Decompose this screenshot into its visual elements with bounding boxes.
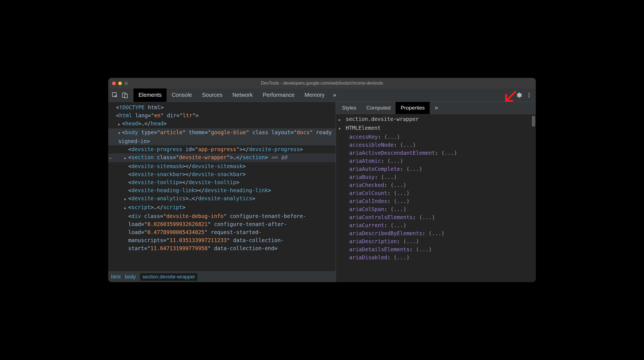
property-row[interactable]: ariaDescription: (...) bbox=[336, 237, 536, 245]
property-row[interactable]: ariaDetailsElements: (...) bbox=[336, 245, 536, 253]
property-row[interactable]: ariaActiveDescendantElement: (...) bbox=[336, 149, 536, 157]
main-toolbar: ElementsConsoleSourcesNetworkPerformance… bbox=[108, 88, 536, 102]
dom-node[interactable]: ▼<body type="article" theme="google-blue… bbox=[108, 128, 336, 145]
tab-memory[interactable]: Memory bbox=[300, 88, 329, 102]
property-row[interactable]: ariaColSpan: (...) bbox=[336, 205, 536, 213]
sidebar-tab-properties[interactable]: Properties bbox=[396, 102, 430, 114]
dom-node[interactable]: <devsite-snackbar></devsite-snackbar> bbox=[108, 170, 336, 178]
dom-node[interactable]: ▶<devsite-analytics>…</devsite-analytics… bbox=[108, 194, 336, 203]
property-row[interactable]: ariaColIndex: (...) bbox=[336, 197, 536, 205]
property-row[interactable]: ariaDescribedByElements: (...) bbox=[336, 229, 536, 237]
breadcrumb-item[interactable]: section.devsite-wrapper bbox=[140, 273, 197, 281]
property-row[interactable]: ariaAtomic: (...) bbox=[336, 157, 536, 165]
properties-section-header[interactable]: ▶ section.devsite-wrapper bbox=[336, 115, 536, 124]
dom-node[interactable]: <devsite-progress id="app-progress"></de… bbox=[108, 145, 336, 153]
property-row[interactable]: ariaCurrent: (...) bbox=[336, 221, 536, 229]
tab-network[interactable]: Network bbox=[227, 88, 258, 102]
breadcrumb: htmlbodysection.devsite-wrapper bbox=[108, 272, 336, 282]
content-area: <!DOCTYPE html><html lang="en" dir="ltr"… bbox=[108, 102, 536, 282]
svg-point-5 bbox=[529, 96, 530, 97]
tab-performance[interactable]: Performance bbox=[258, 88, 300, 102]
minimize-window-button[interactable] bbox=[118, 82, 122, 85]
sidebar-tab-styles[interactable]: Styles bbox=[337, 102, 361, 114]
dom-node[interactable]: ▶<section class="devsite-wrapper">…</sec… bbox=[108, 153, 336, 162]
dom-node[interactable]: <!DOCTYPE html> bbox=[108, 103, 336, 111]
main-tabs: ElementsConsoleSourcesNetworkPerformance… bbox=[134, 88, 329, 102]
more-tabs-icon[interactable]: » bbox=[329, 90, 339, 100]
window-title: DevTools - developers.google.com/web/too… bbox=[108, 81, 536, 86]
devtools-window: DevTools - developers.google.com/web/too… bbox=[108, 78, 536, 282]
settings-icon[interactable] bbox=[514, 90, 524, 100]
property-row[interactable]: ariaColCount: (...) bbox=[336, 189, 536, 197]
elements-panel: <!DOCTYPE html><html lang="en" dir="ltr"… bbox=[108, 102, 336, 282]
tab-console[interactable]: Console bbox=[167, 88, 197, 102]
close-window-button[interactable] bbox=[112, 82, 116, 85]
breadcrumb-item[interactable]: html bbox=[111, 274, 120, 280]
tab-sources[interactable]: Sources bbox=[197, 88, 227, 102]
property-row[interactable]: ariaChecked: (...) bbox=[336, 181, 536, 189]
property-row[interactable]: ariaAutoComplete: (...) bbox=[336, 165, 536, 173]
dom-node[interactable]: <html lang="en" dir="ltr"> bbox=[108, 111, 336, 120]
sidebar-panel: StylesComputedProperties» ▶ section.devs… bbox=[336, 102, 536, 282]
titlebar: DevTools - developers.google.com/web/too… bbox=[108, 78, 536, 88]
svg-rect-2 bbox=[125, 94, 127, 98]
toolbar-separator bbox=[132, 91, 132, 99]
sidebar-tab-computed[interactable]: Computed bbox=[361, 102, 396, 114]
dom-node[interactable]: <devsite-sitemask></devsite-sitemask> bbox=[108, 162, 336, 170]
dom-tree[interactable]: <!DOCTYPE html><html lang="en" dir="ltr"… bbox=[108, 102, 336, 272]
kebab-menu-icon[interactable] bbox=[524, 90, 534, 100]
property-row[interactable]: ariaBusy: (...) bbox=[336, 173, 536, 181]
properties-pane[interactable]: ▶ section.devsite-wrapper▼ HTMLElementac… bbox=[336, 114, 536, 282]
svg-point-3 bbox=[529, 93, 530, 94]
property-row[interactable]: ariaControlsElements: (...) bbox=[336, 213, 536, 221]
properties-element-header[interactable]: ▼ HTMLElement bbox=[336, 124, 536, 133]
tab-elements[interactable]: Elements bbox=[134, 88, 167, 102]
zoom-window-button[interactable] bbox=[124, 82, 128, 85]
dom-node[interactable]: ▶<head>…</head> bbox=[108, 120, 336, 128]
inspect-element-icon[interactable] bbox=[110, 90, 120, 100]
traffic-lights bbox=[112, 82, 128, 85]
sidebar-more-tabs-icon[interactable]: » bbox=[430, 102, 443, 114]
property-row[interactable]: ariaDisabled: (...) bbox=[336, 253, 536, 262]
svg-point-4 bbox=[529, 95, 530, 96]
dom-node[interactable]: <devsite-tooltip></devsite-tooltip> bbox=[108, 178, 336, 186]
device-toggle-icon[interactable] bbox=[120, 90, 130, 100]
dom-node[interactable]: ▶<script>…</script> bbox=[108, 203, 336, 212]
property-row[interactable]: accessKey: (...) bbox=[336, 133, 536, 141]
property-row[interactable]: accessibleNode: (...) bbox=[336, 141, 536, 149]
dom-node[interactable]: <devsite-heading-link></devsite-heading-… bbox=[108, 186, 336, 194]
dom-node[interactable]: <div class="devsite-debug-info" configur… bbox=[108, 212, 336, 252]
scrollbar-thumb[interactable] bbox=[532, 116, 535, 127]
sidebar-tabs: StylesComputedProperties» bbox=[336, 102, 536, 114]
breadcrumb-item[interactable]: body bbox=[125, 274, 136, 280]
